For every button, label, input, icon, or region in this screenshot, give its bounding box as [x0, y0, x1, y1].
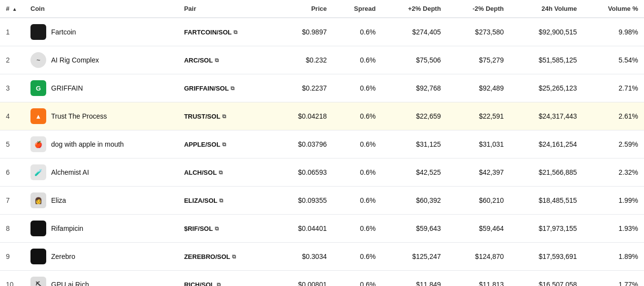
depth-minus-cell: $42,397	[447, 159, 510, 187]
coin-name: GRIFFAIN	[51, 84, 83, 92]
pair-label: GRIFFAIN/SOL	[184, 85, 229, 92]
table-row: 9 Zerebro ZEREBRO/SOL ⧉ $0.3034 0.6% $12…	[0, 243, 644, 271]
coin-name: dog with apple in mouth	[51, 140, 124, 148]
table-row: 4 ▲ Trust The Process TRUST/SOL ⧉ $0.042…	[0, 102, 644, 130]
coin-cell: 🧪 Alchemist AI	[25, 159, 178, 187]
header-price[interactable]: Price	[273, 0, 332, 18]
rank-cell: 6	[0, 159, 25, 187]
coin-cell: 🍎 dog with apple in mouth	[25, 130, 178, 159]
depth-plus-cell: $31,125	[381, 130, 447, 159]
depth-plus-cell: $42,525	[381, 159, 447, 187]
header-depth-minus[interactable]: -2% Depth	[447, 0, 510, 18]
coin-name: Trust The Process	[51, 112, 107, 120]
depth-plus-cell: $59,643	[381, 215, 447, 243]
external-link-icon: ⧉	[215, 57, 219, 64]
coin-icon	[30, 221, 46, 236]
pair-cell[interactable]: TRUST/SOL ⧉	[178, 102, 273, 130]
volume-pct-cell: 2.71%	[583, 74, 644, 102]
volume-24h-cell: $51,585,125	[510, 46, 583, 74]
rank-header-label: #	[6, 5, 9, 12]
coin-cell: G GRIFFAIN	[25, 74, 178, 102]
table-row: 5 🍎 dog with apple in mouth APPLE/SOL ⧉ …	[0, 130, 644, 159]
depth-plus-cell: $75,506	[381, 46, 447, 74]
rank-cell: 4	[0, 102, 25, 130]
pair-cell[interactable]: APPLE/SOL ⧉	[178, 130, 273, 159]
volume-24h-cell: $17,973,155	[510, 215, 583, 243]
coin-icon: 🍎	[30, 136, 46, 152]
volume-24h-cell: $18,485,515	[510, 187, 583, 215]
external-link-icon: ⧉	[232, 254, 236, 260]
rank-cell: 1	[0, 18, 25, 46]
volume-pct-cell: 2.61%	[583, 102, 644, 130]
pair-cell[interactable]: ELIZA/SOL ⧉	[178, 187, 273, 215]
depth-minus-cell: $60,210	[447, 187, 510, 215]
price-cell: $0.03796	[273, 130, 332, 159]
coin-cell: 👩 Eliza	[25, 187, 178, 215]
coin-name: Rifampicin	[51, 224, 83, 232]
pair-cell[interactable]: GRIFFAIN/SOL ⧉	[178, 74, 273, 102]
market-table: # ▲ Coin Pair Price Spread +2% Depth -2%…	[0, 0, 644, 286]
coin-cell: Rifampicin	[25, 215, 178, 243]
spread-cell: 0.6%	[333, 102, 381, 130]
coin-cell: Zerebro	[25, 243, 178, 271]
price-cell: $0.00801	[273, 271, 332, 286]
pair-cell[interactable]: ALCH/SOL ⧉	[178, 159, 273, 187]
table-header-row: # ▲ Coin Pair Price Spread +2% Depth -2%…	[0, 0, 644, 18]
spread-cell: 0.6%	[333, 18, 381, 46]
coin-icon: G	[30, 80, 46, 96]
external-link-icon: ⧉	[219, 197, 223, 204]
header-depth-plus[interactable]: +2% Depth	[381, 0, 447, 18]
depth-plus-cell: $22,659	[381, 102, 447, 130]
header-volume-24h[interactable]: 24h Volume	[510, 0, 583, 18]
depth-minus-cell: $273,580	[447, 18, 510, 46]
pair-cell[interactable]: ARC/SOL ⧉	[178, 46, 273, 74]
table-row: 2 ~ AI Rig Complex ARC/SOL ⧉ $0.232 0.6%…	[0, 46, 644, 74]
coin-icon	[30, 24, 46, 40]
coin-icon: ⛏	[30, 277, 46, 286]
header-coin[interactable]: Coin	[25, 0, 178, 18]
depth-minus-cell: $11,813	[447, 271, 510, 286]
volume-24h-cell: $92,900,515	[510, 18, 583, 46]
price-cell: $0.3034	[273, 243, 332, 271]
pair-label: ALCH/SOL	[184, 169, 216, 176]
coin-cell: ~ AI Rig Complex	[25, 46, 178, 74]
table-row: 10 ⛏ GPU ai Rich RICH/SOL ⧉ $0.00801 0.6…	[0, 271, 644, 286]
depth-plus-cell: $125,247	[381, 243, 447, 271]
spread-cell: 0.6%	[333, 243, 381, 271]
spread-cell: 0.6%	[333, 215, 381, 243]
coin-name: Fartcoin	[51, 28, 76, 36]
header-spread[interactable]: Spread	[333, 0, 381, 18]
price-cell: $0.04218	[273, 102, 332, 130]
depth-minus-cell: $124,870	[447, 243, 510, 271]
pair-label: $RIF/SOL	[184, 225, 213, 232]
pair-cell[interactable]: ZEREBRO/SOL ⧉	[178, 243, 273, 271]
pair-cell[interactable]: FARTCOIN/SOL ⧉	[178, 18, 273, 46]
external-link-icon: ⧉	[222, 113, 226, 120]
header-pair[interactable]: Pair	[178, 0, 273, 18]
header-rank[interactable]: # ▲	[0, 0, 25, 18]
depth-minus-cell: $75,279	[447, 46, 510, 74]
coin-name: Eliza	[51, 196, 66, 204]
external-link-icon: ⧉	[215, 225, 219, 232]
spread-cell: 0.6%	[333, 187, 381, 215]
price-cell: $0.9897	[273, 18, 332, 46]
volume-pct-cell: 1.99%	[583, 187, 644, 215]
header-volume-pct[interactable]: Volume %	[583, 0, 644, 18]
spread-cell: 0.6%	[333, 271, 381, 286]
depth-minus-cell: $22,591	[447, 102, 510, 130]
table-row: 3 G GRIFFAIN GRIFFAIN/SOL ⧉ $0.2237 0.6%…	[0, 74, 644, 102]
volume-pct-cell: 5.54%	[583, 46, 644, 74]
rank-cell: 5	[0, 130, 25, 159]
rank-cell: 8	[0, 215, 25, 243]
volume-24h-cell: $24,161,254	[510, 130, 583, 159]
table-row: 7 👩 Eliza ELIZA/SOL ⧉ $0.09355 0.6% $60,…	[0, 187, 644, 215]
rank-cell: 2	[0, 46, 25, 74]
pair-label: ELIZA/SOL	[184, 197, 217, 204]
depth-minus-cell: $31,031	[447, 130, 510, 159]
pair-cell[interactable]: RICH/SOL ⧉	[178, 271, 273, 286]
volume-pct-cell: 2.59%	[583, 130, 644, 159]
depth-plus-cell: $92,768	[381, 74, 447, 102]
external-link-icon: ⧉	[217, 282, 221, 286]
pair-cell[interactable]: $RIF/SOL ⧉	[178, 215, 273, 243]
sort-arrow-icon: ▲	[12, 6, 17, 12]
